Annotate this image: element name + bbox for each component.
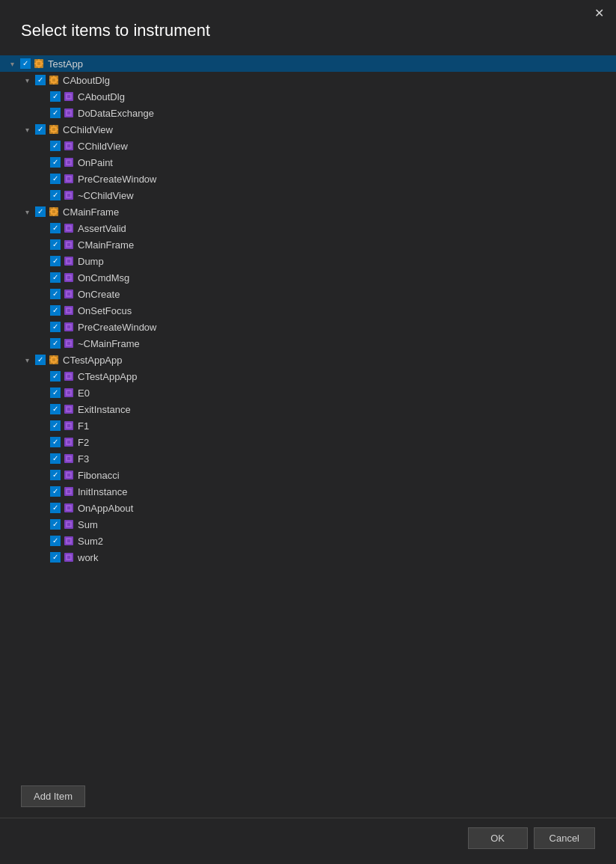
tree-node[interactable]: DoDataExchange (0, 105, 616, 121)
tree-node[interactable]: ExitInstance (0, 401, 616, 417)
tree-node[interactable]: Fibonacci (0, 467, 616, 483)
expander-icon[interactable] (36, 420, 48, 432)
checkbox[interactable] (50, 470, 61, 480)
tree-node[interactable]: F3 (0, 450, 616, 467)
cancel-button[interactable]: Cancel (534, 827, 595, 849)
checkbox[interactable] (50, 108, 61, 118)
ok-button[interactable]: OK (468, 827, 528, 849)
tree-node[interactable]: E0 (0, 384, 616, 401)
tree-node[interactable]: F2 (0, 434, 616, 450)
expander-icon[interactable] (36, 239, 48, 251)
expander-icon[interactable] (36, 551, 48, 563)
expander-icon[interactable]: ▾ (21, 354, 33, 366)
tree-node[interactable]: ~CChildView (0, 187, 616, 203)
checkbox[interactable] (50, 503, 61, 513)
tree-node[interactable]: AssertValid (0, 220, 616, 236)
expander-icon[interactable] (36, 107, 48, 119)
tree-node[interactable]: F1 (0, 417, 616, 434)
checkbox[interactable] (50, 174, 61, 184)
tree-container[interactable]: ▾ TestApp▾ CAboutDlg CAboutDl (0, 52, 616, 775)
checkbox[interactable] (50, 387, 61, 398)
tree-node[interactable]: OnSetFocus (0, 302, 616, 319)
expander-icon[interactable] (36, 453, 48, 465)
expander-icon[interactable] (36, 518, 48, 530)
checkbox[interactable] (20, 58, 31, 69)
checkbox[interactable] (50, 371, 61, 382)
expander-icon[interactable] (36, 485, 48, 497)
close-button[interactable]: ✕ (591, 6, 607, 21)
expander-icon[interactable]: ▾ (6, 58, 18, 70)
checkbox[interactable] (35, 355, 46, 365)
tree-node[interactable]: ▾ CChildView (0, 121, 616, 138)
checkbox[interactable] (35, 206, 46, 217)
expander-icon[interactable] (36, 255, 48, 267)
expander-icon[interactable] (36, 189, 48, 201)
expander-icon[interactable] (36, 140, 48, 152)
checkbox[interactable] (50, 552, 61, 563)
tree-node[interactable]: CChildView (0, 138, 616, 154)
tree-node[interactable]: OnPaint (0, 154, 616, 171)
tree-node[interactable]: OnCmdMsg (0, 269, 616, 286)
checkbox[interactable] (50, 305, 61, 316)
tree-node[interactable]: ▾ CMainFrame (0, 203, 616, 220)
checkbox[interactable] (50, 256, 61, 266)
checkbox[interactable] (50, 272, 61, 283)
expander-icon[interactable] (36, 173, 48, 185)
tree-node[interactable]: PreCreateWindow (0, 319, 616, 335)
expander-icon[interactable] (36, 502, 48, 514)
expander-icon[interactable]: ▾ (21, 74, 33, 86)
expander-icon[interactable] (36, 469, 48, 481)
expander-icon[interactable] (36, 288, 48, 300)
expander-icon[interactable] (36, 337, 48, 349)
checkbox[interactable] (50, 157, 61, 168)
tree-node[interactable]: ▾ TestApp (0, 55, 616, 72)
tree-node[interactable]: Sum2 (0, 533, 616, 549)
checkbox[interactable] (50, 519, 61, 530)
checkbox[interactable] (50, 486, 61, 497)
checkbox[interactable] (50, 190, 61, 200)
checkbox[interactable] (50, 289, 61, 299)
tree-node[interactable]: ▾ CTestAppApp (0, 352, 616, 368)
checkbox[interactable] (50, 404, 61, 414)
expander-icon[interactable] (36, 387, 48, 399)
expander-icon[interactable] (36, 535, 48, 547)
checkbox[interactable] (50, 437, 61, 447)
tree-node[interactable]: ~CMainFrame (0, 335, 616, 352)
tree-node[interactable]: PreCreateWindow (0, 171, 616, 187)
add-item-button[interactable]: Add Item (21, 785, 85, 807)
tree-node[interactable]: OnAppAbout (0, 500, 616, 516)
expander-icon[interactable]: ▾ (21, 123, 33, 135)
checkbox[interactable] (50, 338, 61, 349)
checkbox[interactable] (50, 91, 61, 102)
expander-icon[interactable] (36, 370, 48, 382)
tree-node[interactable]: ▾ CAboutDlg (0, 72, 616, 88)
checkbox[interactable] (50, 536, 61, 546)
tree-node[interactable]: Sum (0, 516, 616, 533)
expander-icon[interactable] (36, 304, 48, 316)
expander-icon[interactable] (36, 222, 48, 234)
expander-icon[interactable] (36, 91, 48, 102)
node-label: ~CMainFrame (78, 338, 140, 349)
tree-node[interactable]: CMainFrame (0, 236, 616, 253)
checkbox[interactable] (50, 322, 61, 332)
method-icon (63, 288, 75, 300)
expander-icon[interactable] (36, 436, 48, 448)
expander-icon[interactable] (36, 156, 48, 168)
expander-icon[interactable]: ▾ (21, 206, 33, 218)
checkbox[interactable] (35, 75, 46, 85)
checkbox[interactable] (50, 239, 61, 250)
expander-icon[interactable] (36, 321, 48, 333)
checkbox[interactable] (50, 453, 61, 464)
checkbox[interactable] (50, 420, 61, 431)
tree-node[interactable]: InitInstance (0, 483, 616, 500)
tree-node[interactable]: OnCreate (0, 286, 616, 302)
tree-node[interactable]: Dump (0, 253, 616, 269)
tree-node[interactable]: work (0, 549, 616, 566)
tree-node[interactable]: CTestAppApp (0, 368, 616, 384)
checkbox[interactable] (35, 124, 46, 135)
expander-icon[interactable] (36, 272, 48, 284)
tree-node[interactable]: CAboutDlg (0, 88, 616, 105)
checkbox[interactable] (50, 141, 61, 151)
checkbox[interactable] (50, 223, 61, 233)
expander-icon[interactable] (36, 403, 48, 415)
